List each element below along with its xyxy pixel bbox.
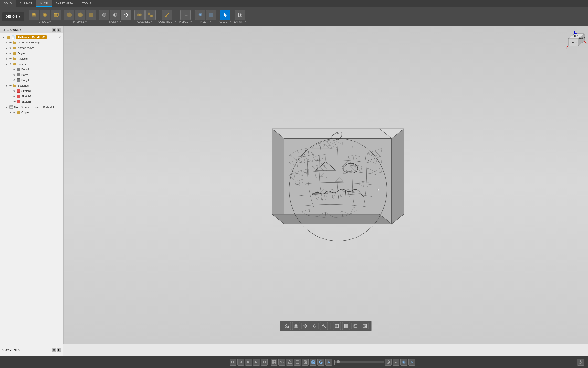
timeline-icon-9[interactable] <box>385 359 392 366</box>
project-name[interactable]: Helloween Candle v2 <box>16 35 47 39</box>
modify-label[interactable]: MODIFY ▼ <box>109 21 121 23</box>
export-label[interactable]: EXPORT ▼ <box>234 21 247 23</box>
sketch1-eye[interactable]: 👁 <box>13 90 16 92</box>
panel-resize-handle[interactable] <box>63 26 64 344</box>
timeline-icon-8[interactable] <box>325 359 332 366</box>
makes-origin-eye[interactable]: 👁 <box>13 111 16 114</box>
tree-body4[interactable]: 👁 Body4 <box>0 77 63 83</box>
timeline-icon-7[interactable] <box>317 359 324 366</box>
grid-btn[interactable] <box>342 322 350 330</box>
modify-move-btn[interactable] <box>121 10 131 20</box>
create-label[interactable]: CREATE ▼ <box>39 21 51 23</box>
sketch3-eye[interactable]: 👁 <box>13 100 16 103</box>
tree-makes-jack[interactable]: ▼ MAKES_Jack_O_Lantern_Body v1:1 <box>0 104 63 110</box>
timeline-end-btn[interactable] <box>261 359 268 366</box>
analysis-expand[interactable]: ▶ <box>5 57 8 60</box>
prepare-label[interactable]: PREPARE ▼ <box>73 21 87 23</box>
doc-settings-expand[interactable]: ▶ <box>5 41 8 44</box>
prepare-btn1[interactable] <box>64 10 74 20</box>
assemble-btn1[interactable] <box>134 10 145 20</box>
makes-jack-expand[interactable]: ▼ <box>5 105 8 109</box>
tree-named-views[interactable]: ▶ 👁 Named Views <box>0 45 63 51</box>
timeline-icon-4[interactable] <box>294 359 301 366</box>
create-revolve-btn[interactable] <box>40 10 50 20</box>
orbit-btn[interactable] <box>311 322 319 330</box>
modify-btn1[interactable] <box>99 10 109 20</box>
tree-body2[interactable]: 👁 Body2 <box>0 72 63 77</box>
prepare-btn2[interactable] <box>75 10 85 20</box>
tree-sketch2[interactable]: 👁 Sketch2 <box>0 94 63 99</box>
origin-eye[interactable]: 👁 <box>9 52 12 55</box>
home-view-btn[interactable] <box>283 322 291 330</box>
zoom-btn[interactable] <box>320 322 328 330</box>
named-views-eye[interactable]: 👁 <box>9 47 12 49</box>
insert-label[interactable]: INSERT ▼ <box>200 21 211 23</box>
tab-mesh[interactable]: MESH <box>36 0 52 7</box>
timeline-icon-5[interactable] <box>302 359 309 366</box>
create-box-btn[interactable] <box>51 10 61 20</box>
tree-makes-origin[interactable]: ▶ 👁 Origin <box>0 110 63 115</box>
bodies-eye[interactable]: 👁 <box>9 63 12 65</box>
select-btn[interactable] <box>220 10 230 20</box>
bodies-expand[interactable]: ▼ <box>5 62 8 66</box>
assemble-label[interactable]: ASSEMBLE ▼ <box>137 21 153 23</box>
tree-origin[interactable]: ▶ 👁 Origin <box>0 51 63 56</box>
export-btn[interactable] <box>235 10 245 20</box>
timeline-play-btn[interactable] <box>245 359 252 366</box>
tab-solid[interactable]: SOLID <box>0 0 16 7</box>
timeline-icon-12[interactable] <box>408 359 415 366</box>
create-extrude-btn[interactable] <box>29 10 39 20</box>
visual-effects-btn[interactable] <box>352 322 359 330</box>
display-mode-btn[interactable] <box>333 322 341 330</box>
comments-settings-btn[interactable]: ⚙ <box>52 348 56 352</box>
body4-eye[interactable]: 👁 <box>13 79 16 82</box>
origin-expand[interactable]: ▶ <box>5 52 8 55</box>
construct-btn1[interactable] <box>162 10 172 20</box>
browser-expand-btn[interactable]: ▶ <box>57 28 61 32</box>
timeline-icon-2[interactable] <box>278 359 285 366</box>
orientation-cube[interactable]: RIGHT BACK TOP X Z <box>561 31 583 53</box>
camera-btn[interactable] <box>292 322 300 330</box>
sketch2-eye[interactable]: 👁 <box>13 95 16 98</box>
main-viewport[interactable]: RIGHT BACK TOP X Z <box>63 26 588 344</box>
pan-btn[interactable] <box>302 322 309 330</box>
makes-origin-expand[interactable]: ▶ <box>9 111 12 114</box>
inspect-label[interactable]: INSPECT ▼ <box>179 21 192 23</box>
timeline-start-btn[interactable] <box>230 359 236 366</box>
tree-document-settings[interactable]: ▶ 👁 Document Settings <box>0 40 63 45</box>
prepare-btn3[interactable] <box>86 10 96 20</box>
doc-settings-eye[interactable]: 👁 <box>9 41 12 44</box>
project-settings-icon[interactable]: ⚙ <box>59 36 61 39</box>
timeline-track[interactable] <box>335 361 384 363</box>
tree-sketch1[interactable]: 👁 Sketch1 <box>0 88 63 94</box>
assemble-btn2[interactable] <box>145 10 156 20</box>
timeline-next-btn[interactable] <box>253 359 260 366</box>
tab-surface[interactable]: SURFACE <box>16 0 36 7</box>
timeline-icon-10[interactable] <box>393 359 399 366</box>
timeline-icon-11[interactable] <box>400 359 407 366</box>
modify-btn2[interactable] <box>110 10 120 20</box>
tree-body1[interactable]: 👁 Body1 <box>0 67 63 72</box>
body2-eye[interactable]: 👁 <box>13 74 16 76</box>
comments-expand-btn[interactable]: ▶ <box>57 348 61 352</box>
tab-tools[interactable]: TOOLS <box>78 0 95 7</box>
sketches-eye[interactable]: 👁 <box>9 84 12 87</box>
insert-btn2[interactable] <box>206 10 216 20</box>
construct-label[interactable]: CONSTRUCT ▼ <box>158 21 176 23</box>
timeline-icon-1[interactable] <box>271 359 277 366</box>
root-collapse-icon[interactable]: ▼ <box>2 35 5 39</box>
tree-sketches[interactable]: ▼ 👁 Sketches <box>0 83 63 88</box>
timeline-playhead[interactable] <box>337 360 340 363</box>
tab-sheet-metal[interactable]: SHEET METAL <box>52 0 78 7</box>
sketches-expand[interactable]: ▼ <box>5 84 8 87</box>
tree-analysis[interactable]: ▶ 👁 Analysis <box>0 56 63 61</box>
timeline-settings-btn[interactable] <box>577 359 584 366</box>
timeline-prev-btn[interactable] <box>237 359 244 366</box>
timeline-icon-6[interactable] <box>310 359 316 366</box>
inspect-btn1[interactable] <box>180 10 191 20</box>
collapse-icon[interactable]: ◄ <box>2 28 5 31</box>
named-views-expand[interactable]: ▶ <box>5 46 8 50</box>
env-btn[interactable] <box>361 322 369 330</box>
insert-btn1[interactable] <box>195 10 205 20</box>
project-root-item[interactable]: ▼ 📄 Helloween Candle v2 ⚙ <box>0 34 63 40</box>
